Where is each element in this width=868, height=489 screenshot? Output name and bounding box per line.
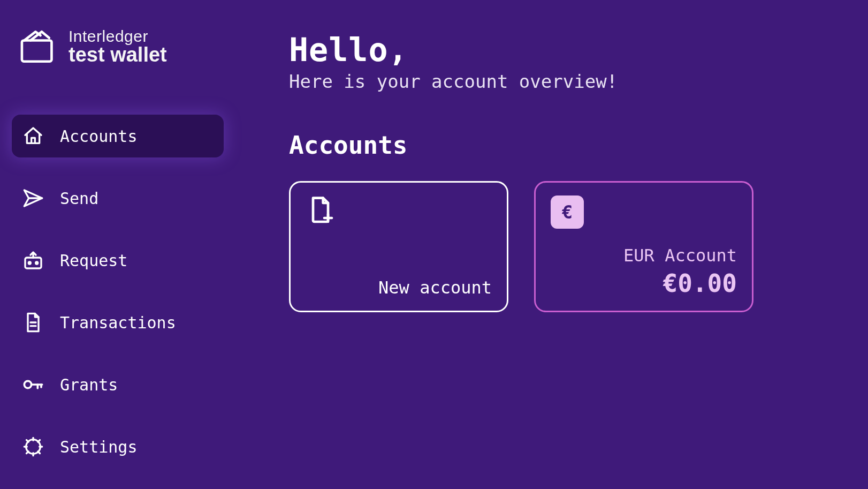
send-icon [21, 186, 45, 210]
account-balance: €0.00 [551, 269, 737, 298]
logo-line2: test wallet [68, 43, 167, 66]
account-card-eur[interactable]: € EUR Account €0.00 [534, 181, 753, 312]
main-content: Hello, Here is your account overview! Ac… [235, 0, 868, 489]
sidebar-item-label: Transactions [60, 313, 176, 332]
sidebar-item-label: Accounts [60, 127, 138, 146]
svg-rect-0 [22, 40, 52, 61]
account-name: EUR Account [551, 245, 737, 266]
sidebar-item-accounts[interactable]: Accounts [12, 115, 224, 157]
new-account-card[interactable]: New account [289, 181, 508, 312]
svg-line-17 [38, 452, 40, 454]
sidebar-item-send[interactable]: Send [12, 177, 224, 220]
svg-line-16 [27, 440, 29, 442]
wallet-logo-icon [18, 27, 58, 66]
home-icon [21, 124, 45, 148]
sidebar-item-request[interactable]: Request [12, 239, 224, 282]
sidebar-item-transactions[interactable]: Transactions [12, 301, 224, 344]
sidebar-item-label: Send [60, 189, 98, 208]
request-icon [21, 249, 45, 272]
page-greeting: Hello, [289, 31, 847, 69]
document-icon [21, 311, 45, 334]
page-subtitle: Here is your account overview! [289, 71, 847, 92]
sidebar: Interledger test wallet Accounts S [0, 0, 235, 489]
svg-line-19 [38, 440, 40, 442]
svg-rect-2 [25, 258, 41, 268]
sidebar-item-grants[interactable]: Grants [12, 363, 224, 406]
svg-point-3 [28, 262, 31, 264]
sidebar-item-label: Request [60, 251, 127, 270]
accounts-cards: New account € EUR Account €0.00 [289, 181, 847, 312]
currency-symbol: € [562, 201, 573, 223]
nav: Accounts Send Request [12, 115, 224, 468]
svg-point-7 [24, 381, 31, 388]
sidebar-item-label: Settings [60, 438, 138, 456]
svg-line-18 [27, 452, 29, 454]
sidebar-item-label: Grants [60, 375, 118, 394]
new-file-icon [306, 195, 336, 225]
key-icon [21, 373, 45, 396]
section-title-accounts: Accounts [289, 131, 847, 160]
new-account-label: New account [306, 277, 492, 298]
sidebar-item-settings[interactable]: Settings [12, 425, 224, 468]
account-info: EUR Account €0.00 [551, 245, 737, 298]
svg-point-4 [36, 262, 38, 264]
logo-text: Interledger test wallet [68, 27, 167, 66]
currency-badge: € [551, 195, 584, 229]
logo-line1: Interledger [68, 27, 167, 46]
logo[interactable]: Interledger test wallet [12, 27, 224, 66]
gear-icon [21, 435, 45, 458]
